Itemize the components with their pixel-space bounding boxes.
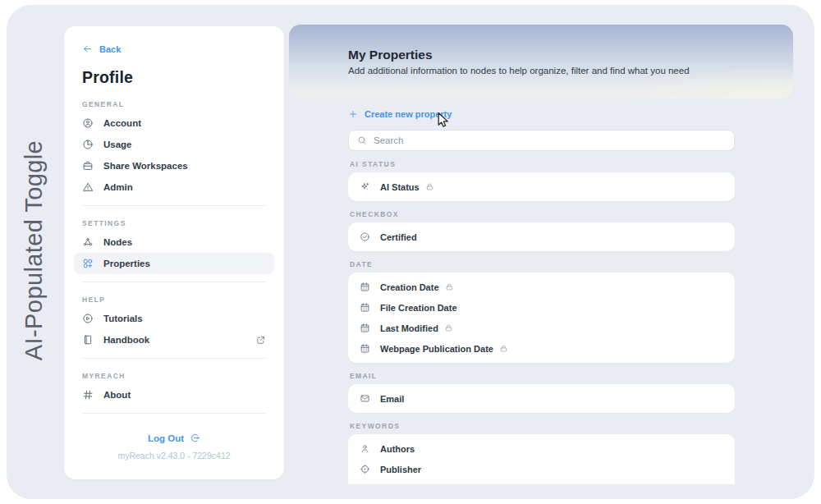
property-item-ai-status[interactable]: AI Status [348, 176, 735, 197]
book-icon [82, 334, 94, 346]
property-card-checkbox: Certified [348, 222, 735, 251]
property-item-label: Certified [380, 232, 417, 242]
property-card-date: Creation DateFile Creation DateLast Modi… [348, 273, 735, 363]
lock-icon [444, 323, 453, 332]
calendar-icon [360, 302, 370, 313]
sidebar-item-about[interactable]: About [82, 384, 266, 405]
property-group-label: AI STATUS [350, 160, 733, 168]
property-item-publisher[interactable]: Publisher [348, 459, 735, 479]
search-icon [357, 135, 367, 145]
property-item-label: Last Modified [380, 323, 438, 333]
property-item-authors[interactable]: Authors [348, 438, 735, 459]
logout-label: Log Out [148, 433, 184, 443]
main-panel: My Properties Add additional information… [289, 25, 793, 484]
page-title: Profile [82, 68, 266, 87]
back-button[interactable]: Back [82, 26, 266, 54]
sidebar-item-label: Nodes [103, 237, 132, 247]
sidebar-item-handbook[interactable]: Handbook [82, 329, 266, 351]
sidebar-sections: GENERALAccountUsageShare WorkspacesAdmin… [82, 100, 266, 414]
sidebar-item-tutorials[interactable]: Tutorials [82, 308, 266, 329]
property-item-last-modified[interactable]: Last Modified [348, 318, 735, 338]
sidebar-item-properties[interactable]: Properties [74, 253, 274, 274]
sidebar-item-label: Handbook [103, 335, 149, 345]
lock-icon [499, 344, 508, 353]
property-group-label: KEYWORDS [350, 422, 733, 430]
properties-shapes-icon [82, 258, 94, 269]
property-group-label: DATE [350, 260, 733, 268]
property-item-label: Webpage Publication Date [380, 344, 493, 354]
property-card-keywords: AuthorsPublisherTags [348, 434, 735, 484]
arrow-left-icon [82, 44, 93, 54]
logout-icon [190, 433, 200, 443]
property-item-certified[interactable]: Certified [348, 227, 735, 247]
sidebar-section-label: MYREACH [82, 372, 266, 380]
sidebar-item-account[interactable]: Account [82, 112, 266, 134]
calendar-icon [360, 343, 370, 354]
property-card-email: Email [348, 384, 735, 413]
calendar-icon [360, 282, 370, 292]
search-input[interactable] [374, 135, 726, 145]
property-item-label: File Creation Date [380, 303, 457, 313]
person-icon [360, 443, 370, 454]
target-icon [360, 464, 370, 474]
main-header: My Properties Add additional information… [289, 25, 793, 99]
sidebar-section-label: SETTINGS [82, 219, 266, 227]
property-item-label: Publisher [380, 465, 421, 474]
property-item-tags[interactable]: Tags [348, 479, 735, 484]
external-link-icon [255, 335, 266, 346]
check-circle-icon [360, 231, 370, 242]
envelope-icon [360, 393, 370, 404]
app-version: myReach v2.43.0 - 7229c412 [64, 451, 284, 460]
play-circle-icon [82, 313, 94, 324]
divider [82, 358, 266, 359]
sidebar-item-label: Tutorials [103, 314, 143, 323]
sidebar-section-label: GENERAL [82, 100, 266, 108]
hash-icon [82, 389, 94, 401]
sidebar-item-label: Properties [103, 259, 150, 268]
main-body: Create new property AI STATUSAI StatusCH… [289, 99, 793, 484]
property-item-label: Creation Date [380, 282, 439, 292]
usage-pie-icon [82, 139, 94, 150]
main-title: My Properties [348, 48, 793, 62]
sidebar-item-label: About [103, 390, 131, 400]
sidebar-item-nodes[interactable]: Nodes [82, 231, 266, 253]
sidebar-item-admin[interactable]: Admin [82, 176, 266, 198]
nodes-graph-icon [82, 236, 94, 248]
lock-icon [445, 282, 454, 291]
search-bar[interactable] [348, 130, 735, 151]
back-label: Back [99, 44, 121, 54]
sidebar-item-label: Admin [103, 182, 133, 192]
sidebar-item-label: Share Workspaces [103, 161, 188, 171]
property-group-label: EMAIL [350, 372, 733, 380]
property-group-label: CHECKBOX [350, 210, 733, 218]
logout-button[interactable]: Log Out [64, 433, 284, 443]
watermark-label: AI-Populated Toggle [21, 140, 48, 360]
property-item-creation-date[interactable]: Creation Date [348, 277, 735, 297]
main-subtitle: Add additional information to nodes to h… [348, 66, 793, 76]
divider [82, 413, 266, 414]
sidebar-item-label: Account [103, 118, 141, 128]
warning-triangle-icon [82, 181, 94, 193]
property-item-label: Authors [380, 444, 415, 454]
sidebar-item-usage[interactable]: Usage [82, 134, 266, 155]
property-item-webpage-publication-date[interactable]: Webpage Publication Date [348, 338, 735, 359]
divider [82, 282, 266, 282]
create-new-property-label: Create new property [365, 109, 452, 119]
sidebar-item-label: Usage [103, 140, 132, 149]
create-new-property-button[interactable]: Create new property [348, 109, 452, 119]
calendar-icon [360, 323, 370, 333]
ai-sparkle-icon [360, 181, 370, 192]
property-card-ai-status: AI Status [348, 172, 735, 201]
property-item-email[interactable]: Email [348, 388, 735, 409]
sidebar: Back Profile GENERALAccountUsageShare Wo… [64, 26, 284, 479]
lock-icon [425, 182, 434, 191]
sidebar-item-share-workspaces[interactable]: Share Workspaces [82, 155, 266, 176]
plus-icon [348, 109, 358, 119]
account-circle-icon [82, 117, 94, 129]
property-item-label: Email [380, 394, 404, 404]
property-groups: AI STATUSAI StatusCHECKBOXCertifiedDATEC… [348, 160, 735, 484]
divider [82, 205, 266, 206]
sidebar-section-label: HELP [82, 296, 266, 304]
property-item-label: AI Status [380, 182, 420, 192]
property-item-file-creation-date[interactable]: File Creation Date [348, 297, 735, 318]
